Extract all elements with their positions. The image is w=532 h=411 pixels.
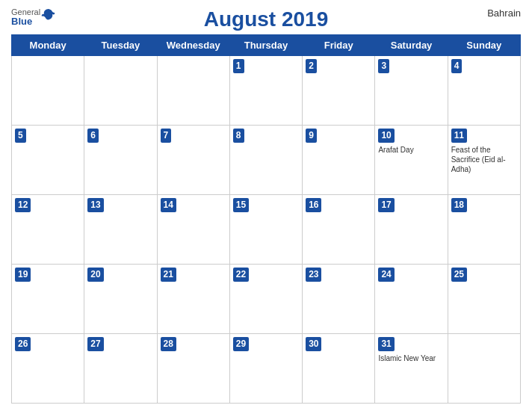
- calendar-cell: 13: [84, 195, 157, 265]
- calendar-cell: 4: [448, 56, 520, 126]
- calendar-cell: [448, 334, 520, 404]
- calendar-cell: 9: [303, 126, 375, 195]
- header-thursday: Thursday: [229, 35, 302, 56]
- day-event: Islamic New Year: [378, 353, 444, 363]
- calendar-cell: 20: [84, 265, 157, 334]
- calendar-table: Monday Tuesday Wednesday Thursday Friday…: [11, 34, 521, 404]
- calendar-cell: 26: [12, 334, 84, 404]
- header-row: General Blue August 2019 Bahrain: [11, 7, 521, 31]
- calendar-week-row: 19202122232425: [12, 265, 521, 334]
- day-number: 23: [306, 268, 321, 282]
- day-number: 18: [451, 198, 467, 212]
- day-number: 17: [378, 198, 394, 212]
- day-number: 25: [451, 268, 467, 282]
- calendar-cell: [84, 56, 157, 126]
- day-number: 28: [161, 337, 176, 351]
- calendar-cell: 21: [157, 265, 229, 334]
- day-number: 16: [306, 198, 321, 212]
- calendar-cell: 24: [375, 265, 448, 334]
- calendar-cell: 30: [303, 334, 375, 404]
- day-number: 14: [161, 198, 176, 212]
- day-number: 12: [15, 198, 31, 212]
- logo-area: General Blue: [11, 7, 57, 28]
- day-number: 15: [233, 198, 249, 212]
- calendar-cell: 2: [303, 56, 375, 126]
- day-event: Feast of the Sacrifice (Eid al-Adha): [451, 145, 517, 174]
- calendar-cell: 27: [84, 334, 157, 404]
- calendar-cell: 8: [229, 126, 302, 195]
- calendar-cell: 10Arafat Day: [375, 126, 448, 195]
- day-number: 20: [87, 268, 103, 282]
- calendar-cell: 23: [303, 265, 375, 334]
- day-number: 7: [161, 129, 172, 143]
- calendar-week-row: 1234: [12, 56, 521, 126]
- day-number: 19: [15, 268, 31, 282]
- header-sunday: Sunday: [448, 35, 520, 56]
- calendar-cell: 6: [84, 126, 157, 195]
- day-number: 31: [378, 337, 394, 351]
- calendar-cell: 1: [229, 56, 302, 126]
- day-number: 4: [451, 59, 463, 73]
- calendar-title: August 2019: [204, 7, 329, 31]
- header-friday: Friday: [303, 35, 375, 56]
- calendar-cell: 22: [229, 265, 302, 334]
- header-wednesday: Wednesday: [157, 35, 229, 56]
- day-number: 10: [378, 129, 394, 143]
- calendar-cell: 14: [157, 195, 229, 265]
- day-number: 6: [87, 129, 99, 143]
- day-number: 27: [87, 337, 103, 351]
- calendar-week-row: 262728293031Islamic New Year: [12, 334, 521, 404]
- day-number: 29: [233, 337, 249, 351]
- header-saturday: Saturday: [375, 35, 448, 56]
- day-number: 9: [306, 129, 317, 143]
- header-monday: Monday: [12, 35, 84, 56]
- calendar-cell: 11Feast of the Sacrifice (Eid al-Adha): [448, 126, 520, 195]
- calendar-cell: 28: [157, 334, 229, 404]
- day-number: 30: [306, 337, 321, 351]
- weekday-header-row: Monday Tuesday Wednesday Thursday Friday…: [12, 35, 521, 56]
- day-number: 22: [233, 268, 249, 282]
- country-label: Bahrain: [487, 7, 521, 19]
- day-event: Arafat Day: [378, 145, 444, 155]
- calendar-cell: 5: [12, 126, 84, 195]
- calendar-week-row: 12131415161718: [12, 195, 521, 265]
- calendar-cell: [157, 56, 229, 126]
- day-number: 26: [15, 337, 31, 351]
- calendar-cell: 16: [303, 195, 375, 265]
- calendar-cell: 18: [448, 195, 520, 265]
- day-number: 3: [378, 59, 389, 73]
- calendar-cell: 15: [229, 195, 302, 265]
- calendar-cell: 12: [12, 195, 84, 265]
- logo-bird-icon: [40, 7, 57, 28]
- calendar-cell: 7: [157, 126, 229, 195]
- day-number: 13: [87, 198, 103, 212]
- calendar-cell: 31Islamic New Year: [375, 334, 448, 404]
- calendar-week-row: 5678910Arafat Day11Feast of the Sacrific…: [12, 126, 521, 195]
- day-number: 24: [378, 268, 394, 282]
- calendar-cell: 25: [448, 265, 520, 334]
- day-number: 11: [451, 129, 467, 143]
- header-tuesday: Tuesday: [84, 35, 157, 56]
- calendar-cell: [12, 56, 84, 126]
- day-number: 21: [161, 268, 176, 282]
- calendar-wrapper: General Blue August 2019 Bahrain Monday …: [0, 0, 532, 411]
- day-number: 1: [233, 59, 244, 73]
- calendar-cell: 17: [375, 195, 448, 265]
- calendar-cell: 29: [229, 334, 302, 404]
- day-number: 2: [306, 59, 317, 73]
- logo-blue: Blue: [11, 16, 40, 27]
- day-number: 8: [233, 129, 244, 143]
- calendar-cell: 3: [375, 56, 448, 126]
- day-number: 5: [15, 129, 26, 143]
- calendar-cell: 19: [12, 265, 84, 334]
